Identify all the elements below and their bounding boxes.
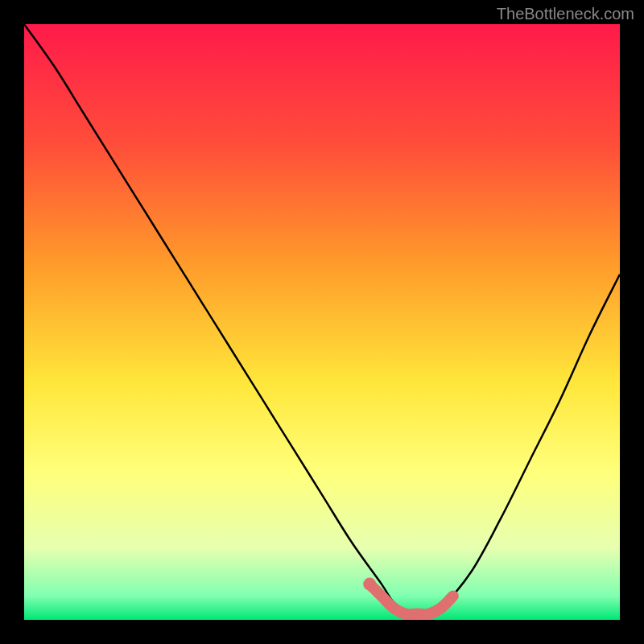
curve-layer (24, 24, 620, 620)
bottleneck-curve (24, 24, 620, 615)
optimal-zone-dot (363, 578, 376, 591)
optimal-zone-highlight (369, 584, 453, 615)
watermark-text: TheBottleneck.com (497, 5, 634, 23)
chart-container (24, 24, 620, 620)
